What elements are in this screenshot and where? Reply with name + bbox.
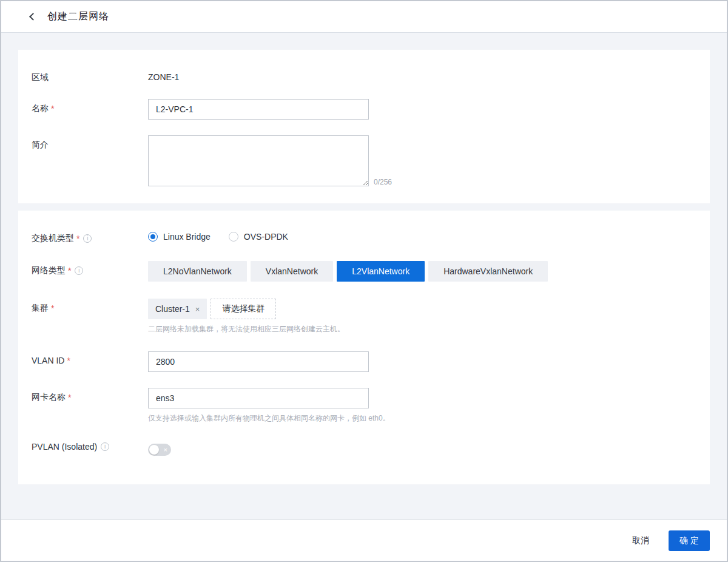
vlan-id-row: VLAN ID* [32,351,692,372]
nic-name-row: 网卡名称* 仅支持选择或输入集群内所有物理机之间具体相同名称的网卡，例如 eth… [32,388,692,424]
cluster-tag: Cluster-1 × [148,299,207,319]
cluster-tag-label: Cluster-1 [155,304,190,314]
required-asterisk: * [51,104,54,113]
cancel-button[interactable]: 取消 [626,530,655,551]
back-button[interactable] [24,10,39,24]
network-type-button-group: L2NoVlanNetwork VxlanNetwork L2VlanNetwo… [148,261,692,282]
radio-linux-bridge[interactable]: Linux Bridge [148,232,211,242]
form-body: 区域 ZONE-1 名称* 简介 0/256 交换机类型* i [1,33,727,520]
required-asterisk: * [76,234,79,243]
switch-type-label: 交换机类型* i [32,229,148,244]
remove-cluster-icon[interactable]: × [195,305,200,314]
toggle-knob-icon [149,445,159,455]
page-footer: 取消 确定 [1,520,727,561]
network-type-hardwarevxlan-button[interactable]: HardwareVxlanNetwork [428,261,548,282]
vlan-id-input[interactable] [148,351,369,372]
network-type-l2vlan-button[interactable]: L2VlanNetwork [337,261,425,282]
page-title: 创建二层网络 [47,10,109,23]
info-icon[interactable]: i [83,234,92,243]
nic-name-hint: 仅支持选择或输入集群内所有物理机之间具体相同名称的网卡，例如 eth0。 [148,413,692,424]
cluster-row: 集群* Cluster-1 × 请选择集群 二层网络未加载集群，将无法使用相应三… [32,299,692,334]
pvlan-label: PVLAN (Isolated) i [32,442,148,452]
required-asterisk: * [51,303,54,313]
network-type-vxlan-button[interactable]: VxlanNetwork [251,261,333,282]
confirm-button[interactable]: 确定 [669,530,710,551]
required-asterisk: * [68,393,71,402]
page-header: 创建二层网络 [1,1,727,33]
name-row: 名称* [32,99,692,120]
description-textarea[interactable] [148,135,369,186]
network-type-row: 网络类型* i L2NoVlanNetwork VxlanNetwork L2V… [32,261,692,282]
description-row: 简介 0/256 [32,135,692,186]
required-asterisk: * [68,266,71,276]
nic-name-label: 网卡名称* [32,388,148,403]
back-chevron-icon [29,13,37,21]
switch-type-radio-group: Linux Bridge OVS-DPDK [148,229,692,242]
zone-label: 区域 [32,68,148,83]
create-l2-network-page: 创建二层网络 区域 ZONE-1 名称* 简介 0/256 [0,0,728,562]
network-type-l2novlan-button[interactable]: L2NoVlanNetwork [148,261,247,282]
radio-label: Linux Bridge [163,232,211,242]
radio-label: OVS-DPDK [244,232,288,242]
radio-ovs-dpdk[interactable]: OVS-DPDK [229,232,288,242]
basic-info-card: 区域 ZONE-1 名称* 简介 0/256 [18,50,710,203]
cluster-hint: 二层网络未加载集群，将无法使用相应三层网络创建云主机。 [148,324,692,334]
char-counter: 0/256 [374,178,392,186]
radio-unselected-icon [229,232,238,242]
network-type-label: 网络类型* i [32,261,148,276]
toggle-off-icon: × [164,445,167,455]
vlan-id-label: VLAN ID* [32,351,148,365]
name-label: 名称* [32,99,148,114]
name-input[interactable] [148,99,369,120]
pvlan-toggle[interactable]: × [148,444,171,456]
description-label: 简介 [32,135,148,151]
switch-type-row: 交换机类型* i Linux Bridge OVS-DPDK [32,229,692,244]
nic-name-input[interactable] [148,388,369,408]
info-icon[interactable]: i [75,266,83,275]
zone-row: 区域 ZONE-1 [32,68,692,83]
zone-value: ZONE-1 [148,68,179,82]
required-asterisk: * [67,356,70,365]
radio-selected-icon [148,232,158,242]
select-cluster-button[interactable]: 请选择集群 [211,299,276,319]
cluster-label: 集群* [32,299,148,314]
info-icon[interactable]: i [101,442,109,451]
pvlan-row: PVLAN (Isolated) i × [32,442,692,458]
network-config-card: 交换机类型* i Linux Bridge OVS-DPDK 网络类型 [18,211,710,484]
cluster-selection: Cluster-1 × 请选择集群 [148,299,692,319]
